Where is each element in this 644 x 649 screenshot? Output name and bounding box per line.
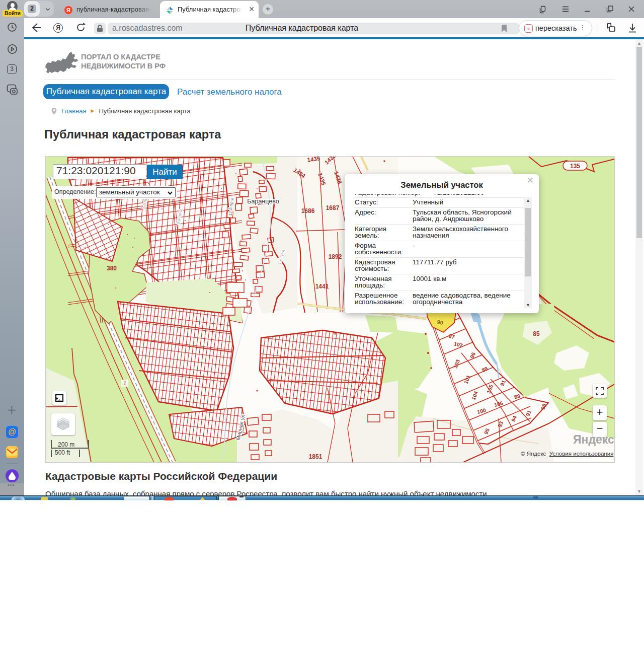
svg-text:1686: 1686 bbox=[301, 207, 315, 214]
svg-text:Баранцево: Баранцево bbox=[247, 198, 279, 205]
svg-text:1851: 1851 bbox=[309, 453, 323, 460]
svg-text:1: 1 bbox=[123, 380, 126, 386]
svg-text:85: 85 bbox=[533, 330, 540, 337]
svg-text:1441: 1441 bbox=[315, 283, 329, 290]
svg-text:90: 90 bbox=[437, 319, 444, 326]
svg-text:1892: 1892 bbox=[329, 253, 342, 260]
svg-text:380: 380 bbox=[107, 265, 117, 272]
svg-text:135: 135 bbox=[570, 163, 580, 170]
svg-text:1687: 1687 bbox=[326, 204, 340, 211]
